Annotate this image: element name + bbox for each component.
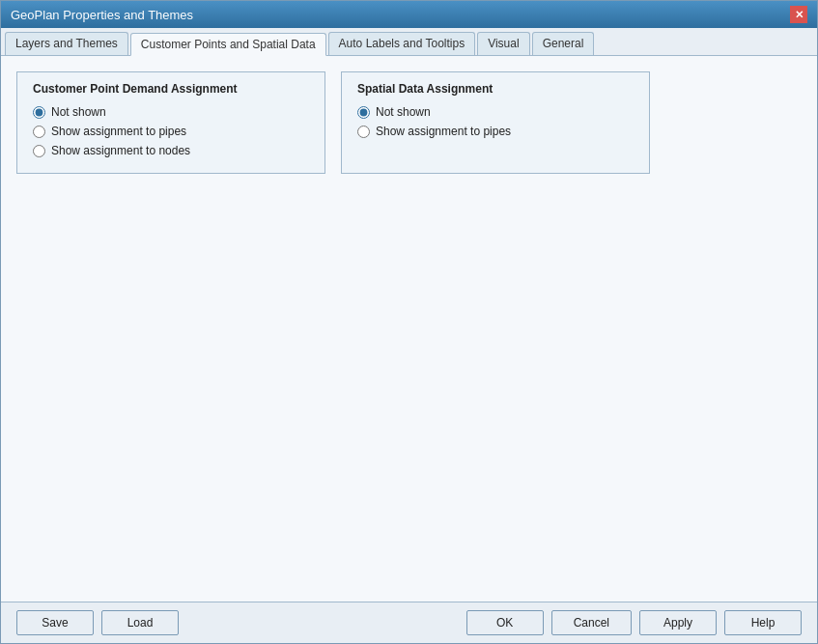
content-area: Customer Point Demand Assignment Not sho… — [1, 56, 817, 602]
sd-not-shown-label: Not shown — [376, 105, 431, 119]
help-button[interactable]: Help — [724, 610, 802, 635]
customer-demand-title: Customer Point Demand Assignment — [33, 82, 309, 96]
cpd-pipes-option[interactable]: Show assignment to pipes — [33, 125, 309, 138]
sd-pipes-option[interactable]: Show assignment to pipes — [357, 125, 634, 138]
tab-autolabels[interactable]: Auto Labels and Tooltips — [328, 32, 476, 55]
load-button[interactable]: Load — [101, 610, 179, 635]
cpd-nodes-label: Show assignment to nodes — [51, 144, 190, 157]
close-button[interactable]: ✕ — [790, 6, 807, 23]
cpd-not-shown-option[interactable]: Not shown — [33, 105, 309, 119]
cpd-not-shown-label: Not shown — [51, 105, 106, 119]
footer-right: OK Cancel Apply Help — [466, 610, 802, 635]
tab-layers[interactable]: Layers and Themes — [5, 32, 128, 55]
sd-pipes-radio[interactable] — [357, 126, 370, 138]
cpd-not-shown-radio[interactable] — [33, 106, 45, 119]
tab-general[interactable]: General — [532, 32, 595, 55]
window-title: GeoPlan Properties and Themes — [11, 8, 193, 22]
spatial-data-panel: Spatial Data Assignment Not shown Show a… — [341, 71, 650, 174]
customer-demand-radio-group: Not shown Show assignment to pipes Show … — [33, 105, 309, 157]
cpd-nodes-option[interactable]: Show assignment to nodes — [33, 144, 309, 157]
footer: Save Load OK Cancel Apply Help — [1, 602, 817, 643]
ok-button[interactable]: OK — [466, 610, 544, 635]
sd-not-shown-option[interactable]: Not shown — [357, 105, 634, 119]
cpd-pipes-radio[interactable] — [33, 126, 45, 138]
panels-row: Customer Point Demand Assignment Not sho… — [16, 71, 802, 174]
sd-not-shown-radio[interactable] — [357, 106, 370, 119]
cancel-button[interactable]: Cancel — [551, 610, 632, 635]
spatial-data-title: Spatial Data Assignment — [357, 82, 634, 96]
tab-visual[interactable]: Visual — [477, 32, 529, 55]
tab-bar: Layers and Themes Customer Points and Sp… — [1, 28, 817, 56]
apply-button[interactable]: Apply — [639, 610, 717, 635]
customer-demand-panel: Customer Point Demand Assignment Not sho… — [16, 71, 325, 174]
spatial-data-radio-group: Not shown Show assignment to pipes — [357, 105, 634, 138]
cpd-pipes-label: Show assignment to pipes — [51, 125, 186, 138]
main-window: GeoPlan Properties and Themes ✕ Layers a… — [0, 0, 818, 644]
sd-pipes-label: Show assignment to pipes — [376, 125, 511, 138]
cpd-nodes-radio[interactable] — [33, 145, 45, 157]
footer-left: Save Load — [16, 610, 179, 635]
save-button[interactable]: Save — [16, 610, 94, 635]
title-bar: GeoPlan Properties and Themes ✕ — [1, 1, 817, 28]
tab-customer[interactable]: Customer Points and Spatial Data — [130, 33, 326, 56]
